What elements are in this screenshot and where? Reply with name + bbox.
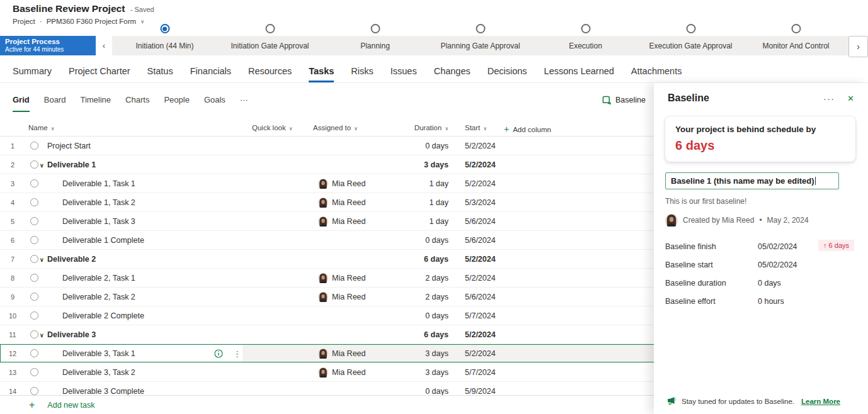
- view-tab-timeline[interactable]: Timeline: [80, 89, 111, 112]
- view-tab-people[interactable]: People: [164, 89, 189, 112]
- stage-scroll-left-button[interactable]: ‹: [96, 36, 112, 55]
- tab-tasks[interactable]: Tasks: [309, 60, 334, 82]
- chevron-down-icon[interactable]: ∨: [40, 156, 47, 175]
- task-start-date[interactable]: 5/2/2024: [465, 344, 496, 363]
- process-stage-execution-gate-approval[interactable]: Execution Gate Approval: [638, 36, 743, 55]
- task-start-date[interactable]: 5/3/2024: [465, 193, 496, 212]
- task-start-date[interactable]: 5/2/2024: [465, 174, 496, 193]
- task-complete-circle[interactable]: [30, 198, 38, 206]
- task-name[interactable]: ∨Deliverable 1: [40, 155, 96, 175]
- task-name[interactable]: Deliverable 3, Task 1: [40, 344, 135, 363]
- tab-summary[interactable]: Summary: [13, 60, 52, 82]
- tab-risks[interactable]: Risks: [351, 60, 373, 82]
- task-row-deliverable-2[interactable]: 7∨Deliverable 26 days5/2/2024: [0, 250, 654, 269]
- task-start-date[interactable]: 5/2/2024: [465, 137, 496, 155]
- panel-more-icon[interactable]: ···: [823, 93, 835, 104]
- task-duration[interactable]: 2 days: [378, 288, 448, 306]
- view-tab-charts[interactable]: Charts: [125, 89, 149, 112]
- process-stage-indicator[interactable]: Project Process Active for 44 minutes: [0, 36, 96, 55]
- view-tab-grid[interactable]: Grid: [13, 89, 30, 112]
- task-duration[interactable]: 0 days: [378, 137, 448, 155]
- tab-changes[interactable]: Changes: [434, 60, 471, 82]
- view-tab-goals[interactable]: Goals: [204, 89, 226, 112]
- task-complete-circle[interactable]: [30, 179, 38, 187]
- task-row-deliverable-3[interactable]: 11∨Deliverable 36 days5/2/2024: [0, 325, 654, 344]
- task-name[interactable]: Deliverable 1, Task 1: [40, 174, 135, 193]
- column-header-duration[interactable]: Duration∨: [378, 124, 448, 131]
- task-complete-circle[interactable]: [30, 236, 38, 244]
- task-name[interactable]: Deliverable 1, Task 2: [40, 193, 135, 212]
- view-tab-board[interactable]: Board: [44, 89, 66, 112]
- stage-scroll-right-button[interactable]: ›: [848, 36, 868, 57]
- task-duration[interactable]: 1 day: [378, 193, 448, 212]
- view-overflow-button[interactable]: ···: [240, 89, 248, 112]
- task-start-date[interactable]: 5/9/2024: [465, 382, 496, 395]
- column-header-name[interactable]: Name∨: [28, 124, 55, 131]
- chevron-down-icon[interactable]: ∨: [40, 326, 47, 345]
- task-complete-circle[interactable]: [30, 217, 38, 225]
- task-start-date[interactable]: 5/7/2024: [465, 363, 496, 382]
- tab-project-charter[interactable]: Project Charter: [69, 60, 130, 82]
- chevron-down-icon[interactable]: ∨: [140, 19, 144, 25]
- task-complete-circle[interactable]: [30, 160, 38, 169]
- task-row-deliverable-2-task-2[interactable]: 9Deliverable 2, Task 2Mia Reed2 days5/6/…: [0, 288, 654, 306]
- add-new-task-button[interactable]: + Add new task: [0, 395, 654, 414]
- task-row-deliverable-2-task-1[interactable]: 8Deliverable 2, Task 1Mia Reed2 days5/2/…: [0, 269, 654, 288]
- task-complete-circle[interactable]: [30, 311, 38, 320]
- task-complete-circle[interactable]: [30, 368, 38, 376]
- task-start-date[interactable]: 5/2/2024: [465, 269, 496, 288]
- task-row-deliverable-3-task-2[interactable]: 13Deliverable 3, Task 2Mia Reed3 days5/7…: [0, 363, 654, 382]
- task-duration[interactable]: 3 days: [378, 155, 448, 174]
- process-stage-planning-gate-approval[interactable]: Planning Gate Approval: [428, 36, 533, 55]
- tab-attachments[interactable]: Attachments: [631, 60, 682, 82]
- task-start-date[interactable]: 5/6/2024: [465, 231, 496, 250]
- task-duration[interactable]: 3 days: [378, 344, 448, 363]
- task-more-icon[interactable]: ⋮: [233, 349, 241, 359]
- task-duration[interactable]: 3 days: [378, 363, 448, 382]
- task-row-deliverable-3-task-1[interactable]: 12Deliverable 3, Task 1⋮Mia Reed3 days5/…: [0, 344, 654, 363]
- task-start-date[interactable]: 5/6/2024: [465, 212, 496, 231]
- task-name[interactable]: Deliverable 1 Complete: [40, 231, 144, 250]
- set-baseline-button[interactable]: Baseline: [602, 93, 649, 107]
- task-complete-circle[interactable]: [30, 255, 38, 263]
- add-column-button[interactable]: +Add column: [504, 124, 551, 134]
- tab-lessons-learned[interactable]: Lessons Learned: [544, 60, 614, 82]
- tab-issues[interactable]: Issues: [391, 60, 417, 82]
- tab-resources[interactable]: Resources: [248, 60, 292, 82]
- column-header-assigned-to[interactable]: Assigned to∨: [313, 124, 358, 131]
- task-start-date[interactable]: 5/2/2024: [465, 155, 496, 174]
- task-row-deliverable-3-complete[interactable]: 14Deliverable 3 Complete0 days5/9/2024: [0, 382, 654, 395]
- task-start-date[interactable]: 5/2/2024: [465, 325, 496, 344]
- task-start-date[interactable]: 5/2/2024: [465, 250, 496, 269]
- task-name[interactable]: Deliverable 3 Complete: [40, 382, 144, 395]
- chevron-down-icon[interactable]: ∨: [40, 250, 47, 269]
- task-row-project-start[interactable]: 1Project Start0 days5/2/2024: [0, 137, 654, 155]
- task-complete-circle[interactable]: [30, 330, 38, 338]
- task-duration[interactable]: 0 days: [378, 382, 448, 395]
- task-name[interactable]: Deliverable 1, Task 3: [40, 212, 135, 231]
- process-stage-initiation-gate-approval[interactable]: Initiation Gate Approval: [217, 36, 323, 55]
- learn-more-link[interactable]: Learn More: [801, 398, 840, 405]
- task-name[interactable]: Deliverable 2 Complete: [40, 306, 144, 325]
- task-complete-circle[interactable]: [30, 387, 38, 395]
- task-complete-circle[interactable]: [30, 293, 38, 301]
- task-info-icon[interactable]: [214, 349, 223, 358]
- task-name[interactable]: ∨Deliverable 3: [40, 325, 96, 345]
- task-row-deliverable-1-task-2[interactable]: 4Deliverable 1, Task 2Mia Reed1 day5/3/2…: [0, 193, 654, 212]
- task-duration[interactable]: 6 days: [378, 250, 448, 269]
- column-header-quick-look[interactable]: Quick look∨: [252, 124, 293, 131]
- task-start-date[interactable]: 5/7/2024: [465, 306, 496, 325]
- process-stage-execution[interactable]: Execution: [533, 36, 638, 55]
- task-row-deliverable-1[interactable]: 2∨Deliverable 13 days5/2/2024: [0, 155, 654, 174]
- close-icon[interactable]: ✕: [847, 94, 854, 103]
- task-duration[interactable]: 6 days: [378, 325, 448, 344]
- tab-decisions[interactable]: Decisions: [488, 60, 527, 82]
- task-duration[interactable]: 1 day: [378, 174, 448, 193]
- task-row-deliverable-1-task-3[interactable]: 5Deliverable 1, Task 3Mia Reed1 day5/6/2…: [0, 212, 654, 231]
- task-row-deliverable-2-complete[interactable]: 10Deliverable 2 Complete0 days5/7/2024: [0, 306, 654, 325]
- task-name[interactable]: Deliverable 3, Task 2: [40, 363, 135, 382]
- task-start-date[interactable]: 5/6/2024: [465, 288, 496, 306]
- column-header-start[interactable]: Start∨: [465, 124, 487, 131]
- process-stage-monitor-and-control[interactable]: Monitor And Control: [743, 36, 848, 55]
- task-name[interactable]: Deliverable 2, Task 1: [40, 269, 135, 288]
